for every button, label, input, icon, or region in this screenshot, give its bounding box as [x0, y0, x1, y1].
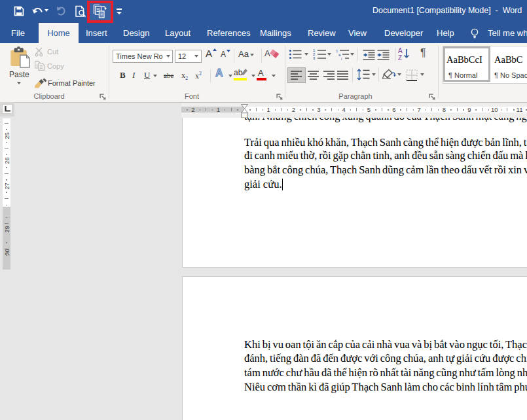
svg-text:Z: Z [398, 54, 402, 61]
svg-text:3: 3 [313, 56, 316, 60]
svg-text:A: A [398, 47, 403, 54]
svg-text:i: i [341, 57, 342, 60]
